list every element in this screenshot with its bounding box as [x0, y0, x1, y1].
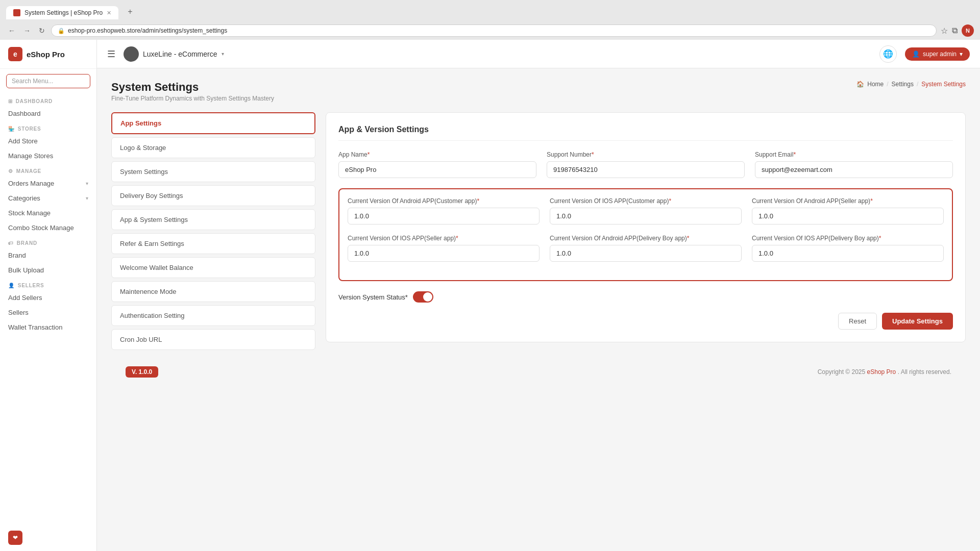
hamburger-menu-button[interactable]: ☰: [107, 48, 115, 60]
version-section: Current Version Of Android APP(Customer …: [338, 188, 953, 281]
section-label-manage: ⚙ MANAGE: [8, 168, 88, 174]
update-settings-button[interactable]: Update Settings: [882, 313, 953, 330]
settings-nav-item-7[interactable]: Maintenence Mode: [111, 281, 315, 302]
settings-nav-item-8[interactable]: Authentication Setting: [111, 305, 315, 326]
required-indicator: *: [477, 197, 479, 205]
form-group-android-customer: Current Version Of Android APP(Customer …: [348, 197, 540, 224]
form-group-support-number: Support Number*: [547, 151, 745, 178]
sidebar-item-stock-manage[interactable]: Stock Manage: [0, 206, 96, 220]
form-group-app-name: App Name*: [338, 151, 536, 178]
chevron-icon: ▾: [86, 181, 88, 186]
store-dropdown-arrow: ▾: [222, 51, 224, 57]
version-status-toggle[interactable]: [413, 291, 433, 303]
android-delivery-label: Current Version Of Android APP(Delivery …: [550, 235, 742, 242]
main-inner: System Settings Fine-Tune Platform Dynam…: [97, 68, 980, 398]
sidebar-item-sellers[interactable]: Sellers: [0, 305, 96, 320]
home-icon: 🏠: [856, 81, 864, 88]
sidebar: e eShop Pro ⊞ DASHBOARD Dashboard 🏪 STOR…: [0, 40, 97, 551]
ios-seller-input[interactable]: [348, 245, 540, 262]
sidebar-section-brand: 🏷 BRAND: [0, 235, 96, 248]
browser-user-avatar[interactable]: N: [962, 24, 974, 37]
breadcrumb-separator-1: /: [887, 81, 888, 88]
sidebar-item-bulk-upload[interactable]: Bulk Upload: [0, 263, 96, 278]
topbar-actions: 🌐 👤 super admin ▾: [879, 45, 970, 63]
back-button[interactable]: ←: [6, 24, 17, 37]
sidebar-item-combo-stock-manage[interactable]: Combo Stock Manage: [0, 220, 96, 235]
language-button[interactable]: 🌐: [879, 45, 897, 63]
sidebar-item-add-store[interactable]: Add Store: [0, 134, 96, 148]
sidebar-item-manage-stores[interactable]: Manage Stores: [0, 148, 96, 163]
android-delivery-input[interactable]: [550, 245, 742, 262]
browser-chrome: System Settings | eShop Pro ✕ + ← → ↻ 🔒 …: [0, 0, 980, 40]
sidebar-item-categories[interactable]: Categories ▾: [0, 191, 96, 206]
address-bar[interactable]: 🔒 eshop-pro.eshopweb.store/admin/setting…: [51, 24, 937, 37]
extensions-icon[interactable]: ⧉: [952, 26, 958, 35]
reset-button[interactable]: Reset: [838, 313, 877, 330]
new-tab-button[interactable]: +: [120, 4, 202, 19]
settings-nav-item-6[interactable]: Welcome Wallet Balance: [111, 257, 315, 278]
version-row-1: Current Version Of Android APP(Customer …: [348, 197, 944, 224]
super-admin-button[interactable]: 👤 super admin ▾: [905, 47, 970, 61]
breadcrumb-home[interactable]: Home: [867, 81, 884, 88]
bookmark-icon[interactable]: ☆: [941, 26, 948, 36]
tab-title: System Settings | eShop Pro: [24, 9, 103, 16]
user-initial: N: [966, 28, 970, 34]
sidebar-item-wallet-transaction[interactable]: Wallet Transaction: [0, 320, 96, 335]
tab-close-button[interactable]: ✕: [107, 10, 111, 16]
sidebar-item-dashboard[interactable]: Dashboard: [0, 106, 96, 121]
settings-nav-item-2[interactable]: System Settings: [111, 161, 315, 182]
breadcrumb-settings[interactable]: Settings: [892, 81, 914, 88]
app-name-input[interactable]: [338, 161, 536, 178]
ios-customer-label: Current Version Of IOS APP(Customer app)…: [550, 197, 742, 205]
settings-nav-item-1[interactable]: Logo & Storage: [111, 137, 315, 158]
form-group-ios-customer: Current Version Of IOS APP(Customer app)…: [550, 197, 742, 224]
settings-navigation: App Settings Logo & Storage System Setti…: [111, 112, 315, 353]
settings-nav-item-9[interactable]: Cron Job URL: [111, 329, 315, 350]
card-title: App & Version Settings: [338, 125, 953, 141]
ios-delivery-input[interactable]: [752, 245, 944, 262]
form-group-android-delivery: Current Version Of Android APP(Delivery …: [550, 235, 742, 262]
android-customer-label: Current Version Of Android APP(Customer …: [348, 197, 540, 205]
url-text: eshop-pro.eshopweb.store/admin/settings/…: [68, 27, 227, 34]
sidebar-section-sellers: 👤 SELLERS: [0, 278, 96, 290]
required-indicator: *: [793, 151, 796, 158]
sidebar-item-add-sellers[interactable]: Add Sellers: [0, 290, 96, 305]
store-selector[interactable]: LuxeLine - eCommerce ▾: [124, 46, 224, 62]
settings-nav-item-5[interactable]: Refer & Earn Settings: [111, 233, 315, 254]
page-header-left: System Settings Fine-Tune Platform Dynam…: [111, 81, 274, 102]
sidebar-item-brand[interactable]: Brand: [0, 248, 96, 263]
copyright-text: Copyright © 2025 eShop Pro . All rights …: [818, 368, 951, 375]
forward-button[interactable]: →: [21, 24, 33, 37]
copyright-brand-link[interactable]: eShop Pro: [867, 368, 896, 375]
ios-delivery-label: Current Version Of IOS APP(Delivery Boy …: [752, 235, 944, 242]
ios-customer-input[interactable]: [550, 208, 742, 224]
toolbar-actions: ☆ ⧉ N: [941, 24, 974, 37]
version-row-2: Current Version Of IOS APP(Seller app)* …: [348, 235, 944, 262]
manage-section-icon: ⚙: [8, 168, 13, 174]
support-number-input[interactable]: [547, 161, 745, 178]
android-seller-input[interactable]: [752, 208, 944, 224]
browser-tab-active[interactable]: System Settings | eShop Pro ✕: [6, 6, 118, 19]
reload-button[interactable]: ↻: [37, 24, 47, 37]
settings-nav-item-0[interactable]: App Settings: [111, 112, 315, 134]
browser-tabs: System Settings | eShop Pro ✕ +: [6, 4, 974, 19]
stores-section-icon: 🏪: [8, 126, 15, 132]
search-input[interactable]: [6, 74, 90, 88]
toggle-slider: [413, 291, 433, 303]
logo-text: eShop Pro: [27, 50, 65, 59]
page-title: System Settings: [111, 81, 274, 94]
settings-nav-item-3[interactable]: Delivery Boy Settings: [111, 185, 315, 206]
section-label-dashboard: ⊞ DASHBOARD: [8, 98, 88, 104]
sidebar-section-dashboard: ⊞ DASHBOARD: [0, 93, 96, 106]
required-indicator: *: [368, 151, 370, 158]
chevron-icon: ▾: [86, 195, 88, 201]
sidebar-item-orders-manage[interactable]: Orders Manage ▾: [0, 176, 96, 191]
android-customer-input[interactable]: [348, 208, 540, 224]
tab-favicon: [13, 9, 20, 16]
bottom-icon[interactable]: ❤: [8, 531, 22, 545]
form-row-basic: App Name* Support Number*: [338, 151, 953, 178]
support-email-input[interactable]: [755, 161, 953, 178]
lock-icon: 🔒: [58, 28, 65, 34]
section-label-brand: 🏷 BRAND: [8, 240, 88, 246]
settings-nav-item-4[interactable]: App & System Settings: [111, 209, 315, 230]
